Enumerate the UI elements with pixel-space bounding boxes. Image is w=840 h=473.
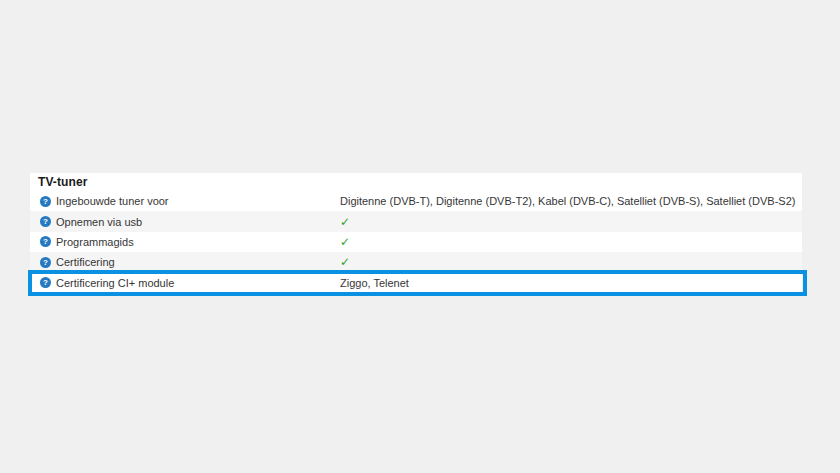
spec-value: Digitenne (DVB-T), Digitenne (DVB-T2), K… xyxy=(340,195,802,207)
spec-row-certificering: ? Certificering ✓ xyxy=(30,252,802,272)
spec-row-opnemen-via-usb: ? Opnemen via usb ✓ xyxy=(30,211,802,231)
spec-value: Ziggo, Telenet xyxy=(340,277,802,289)
spec-section-title: TV-tuner xyxy=(30,173,802,191)
help-question-icon[interactable]: ? xyxy=(40,277,51,288)
spec-label-cell: ? Opnemen via usb xyxy=(30,216,340,228)
check-icon: ✓ xyxy=(340,215,802,229)
spec-table-card: TV-tuner ? Ingebouwde tuner voor Digiten… xyxy=(30,173,802,293)
spec-label-cell: ? Ingebouwde tuner voor xyxy=(30,195,340,207)
spec-label-cell: ? Certificering CI+ module xyxy=(30,277,340,289)
spec-row-certificering-ci-plus-module: ? Certificering CI+ module Ziggo, Telene… xyxy=(30,273,802,293)
spec-label-cell: ? Certificering xyxy=(30,256,340,268)
spec-label: Programmagids xyxy=(56,236,134,248)
spec-label: Certificering CI+ module xyxy=(56,277,174,289)
help-question-icon[interactable]: ? xyxy=(40,196,51,207)
spec-label: Ingebouwde tuner voor xyxy=(56,195,169,207)
spec-label: Certificering xyxy=(56,256,115,268)
spec-row-ingebouwde-tuner-voor: ? Ingebouwde tuner voor Digitenne (DVB-T… xyxy=(30,191,802,211)
check-icon: ✓ xyxy=(340,235,802,249)
help-question-icon[interactable]: ? xyxy=(40,216,51,227)
help-question-icon[interactable]: ? xyxy=(40,236,51,247)
check-icon: ✓ xyxy=(340,255,802,269)
spec-row-programmagids: ? Programmagids ✓ xyxy=(30,232,802,252)
spec-label: Opnemen via usb xyxy=(56,216,142,228)
help-question-icon[interactable]: ? xyxy=(40,257,51,268)
spec-label-cell: ? Programmagids xyxy=(30,236,340,248)
